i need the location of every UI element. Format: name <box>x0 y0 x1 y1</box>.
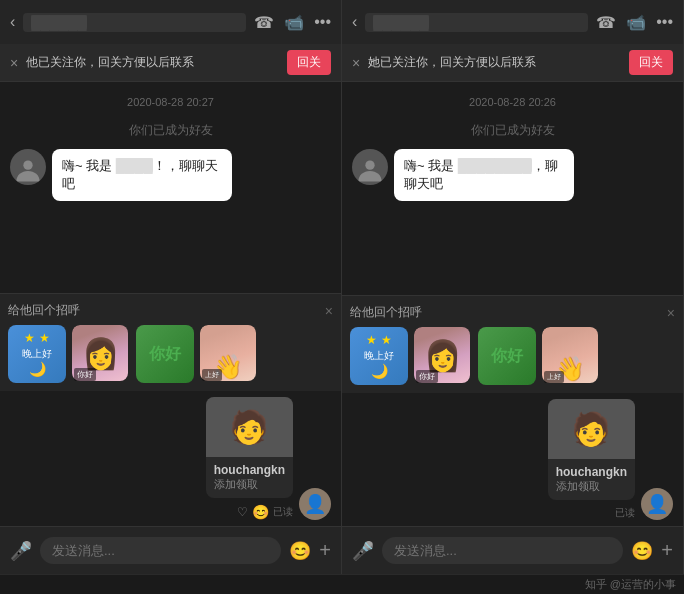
right-notification-text: 她已关注你，回关方便以后联系 <box>368 54 621 71</box>
right-contact-name: ██████ <box>365 13 588 32</box>
left-read-status: 已读 <box>273 505 293 519</box>
left-msg-actions: ♡ 😊 已读 <box>237 504 293 520</box>
left-chat-messages: 2020-08-28 20:27 你们已成为好友 嗨~ 我是 ████！，聊聊天… <box>0 82 341 293</box>
right-person-silhouette-icon <box>356 157 384 185</box>
right-friends-notice: 你们已成为好友 <box>352 122 673 139</box>
right-self-avatar: 👤 <box>641 488 673 520</box>
right-card-section: 🧑 houchangkn 添加领取 已读 👤 <box>342 393 683 526</box>
left-emoji-reaction: 😊 <box>252 504 269 520</box>
right-card-action: 添加领取 <box>556 479 627 494</box>
right-quick-item-2[interactable]: 👩 你好 <box>414 327 472 385</box>
left-emoji-icon[interactable]: 😊 <box>289 540 311 562</box>
left-phone-icon[interactable]: ☎ <box>254 13 274 32</box>
left-notification-text: 他已关注你，回关方便以后联系 <box>26 54 279 71</box>
left-received-text: 嗨~ 我是 ████！，聊聊天吧 <box>62 158 218 191</box>
left-quick-reply-title: 给他回个招呼 <box>8 302 80 319</box>
right-msg-actions: 已读 <box>615 506 635 520</box>
right-back-icon[interactable]: ‹ <box>352 13 357 31</box>
right-quick-item-3-text: 你好 <box>491 346 523 367</box>
right-video-icon[interactable]: 📹 <box>626 13 646 32</box>
left-card-img: 🧑 <box>206 397 293 457</box>
left-quick-item-3-text: 你好 <box>149 344 181 365</box>
right-received-text: 嗨~ 我是 ████████，聊聊天吧 <box>404 158 558 191</box>
left-message-input[interactable] <box>40 537 281 564</box>
left-topbar: ‹ ██████ ☎ 📹 ••• <box>0 0 341 44</box>
right-sender-avatar <box>352 149 388 185</box>
left-received-msg-row: 嗨~ 我是 ████！，聊聊天吧 <box>10 149 331 201</box>
right-chat-panel: ‹ ██████ ☎ 📹 ••• × 她已关注你，回关方便以后联系 回关 202… <box>342 0 684 574</box>
left-quick-item-4[interactable]: 👋 上好 <box>200 325 258 383</box>
right-received-bubble: 嗨~ 我是 ████████，聊聊天吧 <box>394 149 574 201</box>
right-quick-reply-header: 给他回个招呼 × <box>350 304 675 321</box>
watermark-text: 知乎 @运营的小事 <box>585 578 676 590</box>
left-quick-item-1[interactable]: ★ ★ 晚上好 🌙 <box>8 325 66 383</box>
left-quick-reply-close[interactable]: × <box>325 303 333 319</box>
right-message-input[interactable] <box>382 537 623 564</box>
right-read-status: 已读 <box>615 506 635 520</box>
right-quick-reply-close[interactable]: × <box>667 305 675 321</box>
left-topbar-actions: ☎ 📹 ••• <box>254 13 331 32</box>
left-quick-reply-items: ★ ★ 晚上好 🌙 👩 你好 你好 👋 上好 <box>8 325 333 383</box>
left-notification-close[interactable]: × <box>10 55 18 71</box>
left-follow-back-button[interactable]: 回关 <box>287 50 331 75</box>
left-card-row: 🧑 houchangkn 添加领取 ♡ 😊 已读 👤 <box>10 397 331 520</box>
svg-point-1 <box>365 161 374 170</box>
right-quick-item-3[interactable]: 你好 <box>478 327 536 385</box>
left-card-msg: 🧑 houchangkn 添加领取 <box>206 397 293 498</box>
right-quick-item-2-label: 你好 <box>416 370 438 383</box>
right-voice-icon[interactable]: 🎤 <box>352 540 374 562</box>
right-chat-messages: 2020-08-28 20:26 你们已成为好友 嗨~ 我是 ████████，… <box>342 82 683 295</box>
right-card-msg: 🧑 houchangkn 添加领取 <box>548 399 635 500</box>
person-silhouette-icon <box>14 157 42 185</box>
left-notification-bar: × 他已关注你，回关方便以后联系 回关 <box>0 44 341 82</box>
right-timestamp: 2020-08-28 20:26 <box>352 96 673 108</box>
left-quick-reply-section: 给他回个招呼 × ★ ★ 晚上好 🌙 👩 你好 <box>0 293 341 391</box>
left-voice-icon[interactable]: 🎤 <box>10 540 32 562</box>
left-chat-panel: ‹ ██████ ☎ 📹 ••• × 他已关注你，回关方便以后联系 回关 202… <box>0 0 342 574</box>
right-card-name: houchangkn <box>556 465 627 479</box>
right-more-icon[interactable]: ••• <box>656 13 673 31</box>
right-phone-icon[interactable]: ☎ <box>596 13 616 32</box>
right-plus-icon[interactable]: + <box>661 539 673 562</box>
right-card-row: 🧑 houchangkn 添加领取 已读 👤 <box>352 399 673 520</box>
left-quick-item-2-label: 你好 <box>74 368 96 381</box>
right-quick-item-1[interactable]: ★ ★ 晚上好 🌙 <box>350 327 408 385</box>
right-notification-bar: × 她已关注你，回关方便以后联系 回关 <box>342 44 683 82</box>
right-emoji-icon[interactable]: 😊 <box>631 540 653 562</box>
svg-point-0 <box>23 161 32 170</box>
right-quick-reply-items: ★ ★ 晚上好 🌙 👩 你好 你好 👋 上好 <box>350 327 675 385</box>
left-video-icon[interactable]: 📹 <box>284 13 304 32</box>
left-plus-icon[interactable]: + <box>319 539 331 562</box>
right-quick-reply-section: 给他回个招呼 × ★ ★ 晚上好 🌙 👩 你好 你好 <box>342 295 683 393</box>
right-topbar: ‹ ██████ ☎ 📹 ••• <box>342 0 683 44</box>
right-topbar-actions: ☎ 📹 ••• <box>596 13 673 32</box>
right-quick-reply-title: 给他回个招呼 <box>350 304 422 321</box>
right-quick-item-4[interactable]: 👋 上好 <box>542 327 600 385</box>
left-input-bar: 🎤 😊 + <box>0 526 341 574</box>
right-received-msg-row: 嗨~ 我是 ████████，聊聊天吧 <box>352 149 673 201</box>
left-quick-item-2[interactable]: 👩 你好 <box>72 325 130 383</box>
left-contact-name: ██████ <box>23 13 246 32</box>
left-like-icon[interactable]: ♡ <box>237 505 248 519</box>
watermark-bar: 知乎 @运营的小事 <box>0 574 684 594</box>
left-card-text: houchangkn 添加领取 <box>206 457 293 498</box>
left-received-bubble: 嗨~ 我是 ████！，聊聊天吧 <box>52 149 232 201</box>
left-card-section: 🧑 houchangkn 添加领取 ♡ 😊 已读 👤 <box>0 391 341 526</box>
right-quick-item-4-label: 上好 <box>544 371 564 383</box>
left-friends-notice: 你们已成为好友 <box>10 122 331 139</box>
left-quick-reply-header: 给他回个招呼 × <box>8 302 333 319</box>
left-card-action: 添加领取 <box>214 477 285 492</box>
left-quick-item-4-label: 上好 <box>202 369 222 381</box>
left-sender-avatar <box>10 149 46 185</box>
right-notification-close[interactable]: × <box>352 55 360 71</box>
left-timestamp: 2020-08-28 20:27 <box>10 96 331 108</box>
left-more-icon[interactable]: ••• <box>314 13 331 31</box>
right-input-bar: 🎤 😊 + <box>342 526 683 574</box>
left-quick-item-3[interactable]: 你好 <box>136 325 194 383</box>
right-card-img: 🧑 <box>548 399 635 459</box>
left-self-avatar: 👤 <box>299 488 331 520</box>
left-card-name: houchangkn <box>214 463 285 477</box>
right-follow-back-button[interactable]: 回关 <box>629 50 673 75</box>
right-card-text: houchangkn 添加领取 <box>548 459 635 500</box>
left-back-icon[interactable]: ‹ <box>10 13 15 31</box>
